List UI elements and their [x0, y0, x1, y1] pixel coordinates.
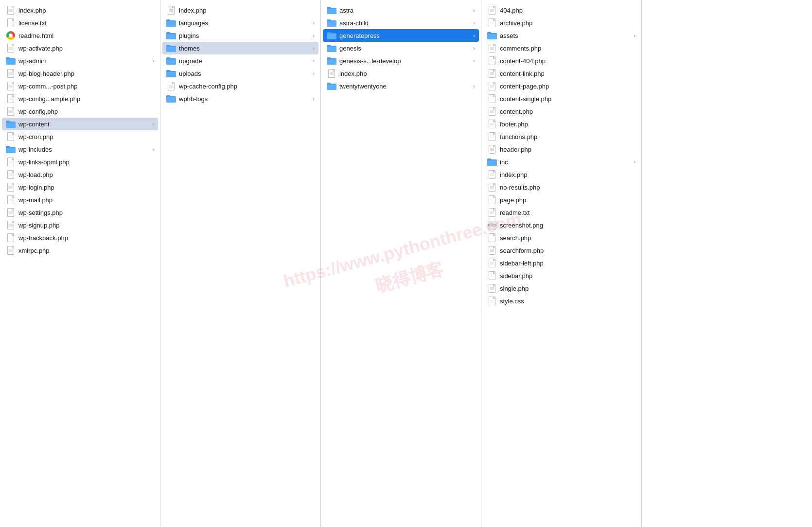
folder-icon: [166, 56, 176, 66]
file-item[interactable]: wp-settings.php: [0, 206, 160, 219]
file-item[interactable]: page.php: [481, 193, 641, 206]
file-item[interactable]: content-404.php: [481, 54, 641, 67]
file-item[interactable]: index.php: [0, 4, 160, 17]
item-label: wp-blog-header.php: [18, 70, 154, 77]
item-label: style.css: [500, 298, 635, 305]
chevron-icon: ›: [634, 159, 635, 165]
item-label: languages: [179, 19, 311, 27]
file-item[interactable]: sidebar-left.php: [481, 257, 641, 269]
chevron-icon: ›: [313, 70, 315, 76]
file-item[interactable]: content-page.php: [481, 80, 641, 92]
file-item[interactable]: readme.txt: [481, 206, 641, 219]
file-item[interactable]: readme.html: [0, 29, 160, 42]
file-item[interactable]: wp-blog-header.php: [0, 67, 160, 80]
file-item[interactable]: content-single.php: [481, 92, 641, 105]
folder-icon: [487, 157, 497, 167]
chrome-icon: [6, 31, 16, 40]
item-label: search.php: [500, 234, 635, 242]
folder-item[interactable]: astra›: [321, 4, 481, 17]
file-icon: [6, 18, 16, 28]
file-item[interactable]: sidebar.php: [481, 269, 641, 282]
folder-item[interactable]: wp-includes›: [0, 143, 160, 156]
folder-icon: [327, 5, 336, 15]
item-label: plugins: [179, 32, 311, 39]
folder-item[interactable]: inc›: [481, 156, 641, 168]
file-item[interactable]: PNGscreenshot.png: [481, 219, 641, 231]
folder-item[interactable]: upgrade›: [160, 54, 320, 67]
folder-item[interactable]: themes›: [162, 42, 318, 54]
file-item[interactable]: wp-config.php: [0, 105, 160, 118]
chrome-icon: [6, 31, 15, 40]
file-item[interactable]: wp-trackback.php: [0, 231, 160, 244]
file-item[interactable]: wp-mail.php: [0, 193, 160, 206]
folder-item[interactable]: genesis-s...le-develop›: [321, 54, 481, 67]
file-item[interactable]: searchform.php: [481, 244, 641, 257]
folder-item[interactable]: plugins›: [160, 29, 320, 42]
chevron-icon: ›: [152, 121, 154, 127]
file-icon: [487, 195, 497, 205]
file-item[interactable]: wp-cache-config.php: [160, 80, 320, 92]
item-label: twentytwentyone: [339, 83, 471, 90]
file-item[interactable]: index.php: [481, 168, 641, 181]
chevron-icon: ›: [473, 20, 475, 26]
file-item[interactable]: index.php: [321, 67, 481, 80]
folder-item[interactable]: astra-child›: [321, 17, 481, 29]
file-icon: [6, 5, 16, 15]
file-item[interactable]: wp-config...ample.php: [0, 92, 160, 105]
file-icon: [487, 43, 497, 53]
item-label: content-404.php: [500, 57, 635, 65]
file-icon: [487, 81, 497, 91]
file-item[interactable]: wp-cron.php: [0, 130, 160, 143]
file-item[interactable]: single.php: [481, 282, 641, 295]
file-item[interactable]: wp-comm...-post.php: [0, 80, 160, 92]
file-item[interactable]: header.php: [481, 143, 641, 156]
file-item[interactable]: wp-login.php: [0, 181, 160, 193]
file-item[interactable]: search.php: [481, 231, 641, 244]
item-label: wp-content: [18, 121, 150, 128]
folder-item[interactable]: wp-content›: [2, 118, 158, 130]
file-icon: [487, 18, 497, 28]
column-3: astra› astra-child› generatepress› genes…: [321, 0, 481, 527]
file-item[interactable]: comments.php: [481, 42, 641, 54]
folder-item[interactable]: languages›: [160, 17, 320, 29]
file-icon: [487, 5, 497, 15]
item-label: no-results.php: [500, 184, 635, 191]
folder-item[interactable]: wphb-logs›: [160, 92, 320, 105]
item-label: wp-load.php: [18, 171, 154, 178]
chevron-icon: ›: [473, 58, 475, 64]
file-item[interactable]: xmlrpc.php: [0, 244, 160, 257]
file-item[interactable]: index.php: [160, 4, 320, 17]
folder-icon: [166, 18, 176, 28]
file-item[interactable]: license.txt: [0, 17, 160, 29]
file-item[interactable]: wp-load.php: [0, 168, 160, 181]
item-label: content-single.php: [500, 95, 635, 103]
file-item[interactable]: wp-activate.php: [0, 42, 160, 54]
folder-item[interactable]: wp-admin›: [0, 54, 160, 67]
folder-item[interactable]: assets›: [481, 29, 641, 42]
file-item[interactable]: wp-signup.php: [0, 219, 160, 231]
file-item[interactable]: wp-links-opml.php: [0, 156, 160, 168]
file-item[interactable]: functions.php: [481, 130, 641, 143]
file-icon: [166, 5, 176, 15]
folder-icon: [166, 31, 176, 40]
folder-item[interactable]: genesis›: [321, 42, 481, 54]
file-icon: [487, 233, 497, 243]
folder-item[interactable]: uploads›: [160, 67, 320, 80]
file-item[interactable]: footer.php: [481, 118, 641, 130]
folder-item[interactable]: twentytwentyone›: [321, 80, 481, 92]
folder-item[interactable]: generatepress›: [323, 29, 479, 42]
screenshot-icon: PNG: [487, 220, 497, 230]
file-item[interactable]: archive.php: [481, 17, 641, 29]
item-label: license.txt: [18, 19, 154, 27]
css-icon: [487, 296, 497, 306]
item-label: wp-settings.php: [18, 209, 154, 216]
file-item[interactable]: no-results.php: [481, 181, 641, 193]
file-item[interactable]: content.php: [481, 105, 641, 118]
file-item[interactable]: style.css: [481, 295, 641, 307]
file-item[interactable]: 404.php: [481, 4, 641, 17]
file-item[interactable]: content-link.php: [481, 67, 641, 80]
chevron-icon: ›: [313, 20, 315, 26]
folder-icon: [327, 56, 336, 66]
item-label: 404.php: [500, 7, 635, 14]
folder-icon: [6, 56, 16, 66]
